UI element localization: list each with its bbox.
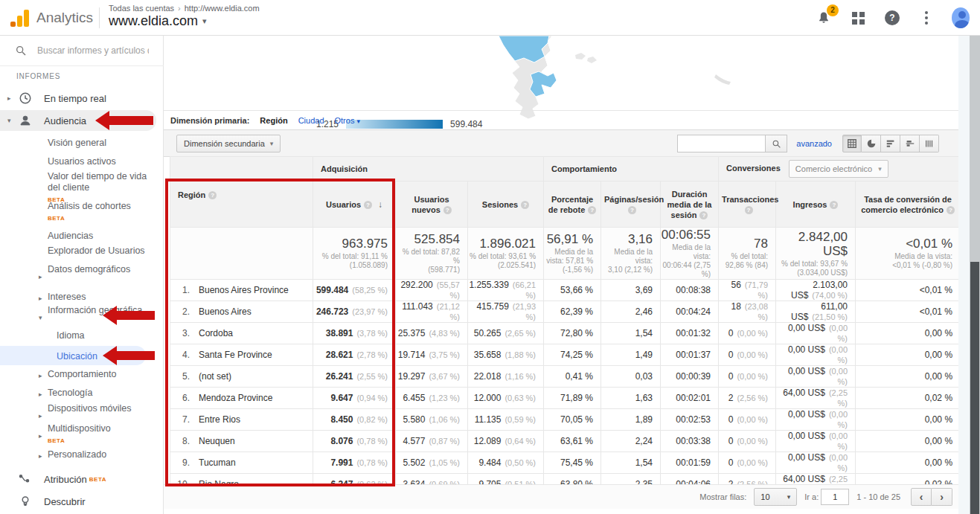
dimension-region-selected[interactable]: Región (260, 116, 287, 125)
dimension-other-link[interactable]: Otros▾ (335, 116, 360, 125)
column-header-users[interactable]: Usuarios↓ (313, 181, 396, 228)
region-link[interactable]: Mendoza Province (199, 393, 272, 403)
breadcrumb-accounts[interactable]: Todas las cuentas (109, 4, 174, 13)
region-link[interactable]: Cordoba (199, 328, 233, 338)
region-link[interactable]: Tucuman (199, 457, 236, 468)
column-header-revenue[interactable]: Ingresos (776, 181, 856, 228)
sessions-cell: 415.759(21,93 %) (468, 301, 544, 323)
help-icon[interactable] (628, 206, 636, 214)
sidebar-item-dispositivos-moviles[interactable]: ▸ Dispositivos móviles (48, 403, 153, 414)
column-header-new-users[interactable]: Usuarios nuevos (396, 181, 468, 228)
view-performance-button[interactable] (881, 135, 900, 152)
bounce-cell: 0,41 % (544, 366, 601, 388)
previous-page-button[interactable]: ‹ (911, 488, 932, 506)
help-icon[interactable] (745, 206, 753, 214)
scrollbar-thumb[interactable] (970, 262, 979, 514)
conversions-type-dropdown[interactable]: Comercio electrónico ▾ (789, 160, 888, 178)
help-icon[interactable] (588, 206, 596, 214)
dimension-city-link[interactable]: Ciudad (298, 116, 324, 125)
region-link[interactable]: (not set) (199, 371, 231, 382)
advanced-search-link[interactable]: avanzado (796, 139, 832, 148)
region-link[interactable]: Buenos Aires Province (199, 285, 289, 295)
sidebar-item-tecnologia[interactable]: ▸ Tecnología (48, 388, 153, 399)
sidebar-item-explorador-usuarios[interactable]: Explorador de Usuarios (48, 245, 153, 257)
revenue-cell: 64,00 US$(2,25 %) (776, 388, 856, 409)
chevron-right-icon[interactable]: ▸ (7, 94, 15, 102)
view-pivot-button[interactable] (920, 135, 939, 152)
sidebar-item-audiencia[interactable]: ▾ Audiencia (0, 110, 156, 131)
revenue-cell: 0,00 US$(0,00 %) (776, 323, 856, 344)
sidebar-item-usuarios-activos[interactable]: Usuarios activos (48, 156, 153, 167)
secondary-dimension-button[interactable]: Dimensión secundaria ▾ (176, 135, 281, 152)
view-comparison-button[interactable] (900, 135, 920, 152)
rows-per-page-select[interactable]: 10 ▾ (754, 488, 797, 506)
breadcrumb-property[interactable]: http://www.eldia.com (185, 4, 260, 13)
chevron-right-icon[interactable]: ▸ (39, 389, 42, 400)
help-icon[interactable] (364, 201, 372, 209)
help-icon[interactable]: ? (883, 9, 901, 27)
column-header-transactions[interactable]: Transacciones (719, 181, 776, 228)
column-header-avg-duration[interactable]: Duración media de la sesión (661, 181, 719, 228)
help-icon[interactable] (208, 191, 217, 199)
sidebar-item-vision-general[interactable]: Visión general (48, 138, 153, 149)
sort-desc-icon[interactable]: ↓ (378, 199, 382, 210)
rate-cell: 0,00 % (856, 409, 961, 431)
sidebar-search[interactable] (0, 36, 164, 66)
help-icon[interactable] (947, 206, 955, 214)
duration-cell: 00:01:32 (661, 323, 719, 344)
region-link[interactable]: Santa Fe Province (199, 350, 272, 360)
chevron-right-icon[interactable]: ▸ (39, 293, 42, 304)
help-icon[interactable] (830, 201, 838, 209)
users-cell: 8.076(0,78 %) (313, 431, 396, 452)
sidebar-item-comportamiento[interactable]: ▸ Comportamiento (48, 369, 153, 380)
goto-page-input[interactable] (821, 489, 849, 505)
chevron-right-icon[interactable]: ▸ (39, 451, 42, 462)
column-header-sessions[interactable]: Sesiones (468, 181, 544, 228)
column-header-pages-session[interactable]: Páginas/sesión (601, 181, 661, 228)
column-header-region[interactable]: Región (170, 181, 313, 228)
chevron-right-icon[interactable]: ▸ (39, 431, 42, 442)
column-header-bounce-rate[interactable]: Porcentaje de rebote (544, 181, 601, 228)
view-percentage-button[interactable] (862, 135, 881, 152)
property-selector[interactable]: www.eldia.com▾ (109, 13, 260, 29)
sidebar-item-analisis-cohortes[interactable]: Análisis de cohortes BETA (48, 201, 153, 224)
chevron-right-icon[interactable]: ▸ (39, 272, 42, 283)
sidebar-item-descubrir[interactable]: Descubrir (0, 491, 156, 512)
region-link[interactable]: Buenos Aires (199, 306, 252, 317)
help-icon[interactable] (699, 211, 708, 219)
sidebar-item-datos-demograficos[interactable]: ▸ Datos demográficos (48, 264, 153, 275)
search-input[interactable] (37, 45, 149, 56)
totals-metric-cell: 963.975 % del total: 91,11 % (1.058.089) (313, 228, 396, 280)
help-icon[interactable] (521, 201, 529, 209)
more-menu-icon[interactable] (917, 9, 935, 27)
sidebar-item-idioma[interactable]: Idioma (57, 330, 153, 341)
analytics-logo[interactable]: Analytics (10, 6, 93, 30)
users-cell: 8.450(0,82 %) (313, 409, 396, 431)
breadcrumb[interactable]: Todas las cuentas›http://www.eldia.com (109, 4, 260, 13)
sidebar-item-ubicacion[interactable]: Ubicación (57, 351, 153, 362)
region-link[interactable]: Entre Rios (199, 414, 240, 425)
help-icon[interactable] (443, 206, 452, 214)
sidebar-item-audiencias[interactable]: Audiencias (48, 231, 153, 242)
chevron-right-icon[interactable]: ▸ (39, 411, 42, 422)
apps-grid-icon[interactable] (849, 9, 867, 27)
sidebar-item-atribucion[interactable]: Atribución BETA (0, 469, 156, 489)
sidebar-item-informacion-geografica[interactable]: ▾ Información geográfica (48, 305, 153, 316)
chevron-right-icon[interactable]: ▸ (39, 370, 42, 382)
rate-cell: 0,00 % (856, 344, 961, 366)
chevron-down-icon[interactable]: ▾ (39, 312, 42, 324)
table-search-button[interactable] (765, 135, 787, 152)
column-header-ecommerce-rate[interactable]: Tasa de conversión de comercio electróni… (856, 181, 961, 228)
avatar[interactable] (952, 9, 970, 27)
sidebar-item-en-tiempo-real[interactable]: ▸ En tiempo real (0, 88, 156, 109)
sidebar-item-intereses[interactable]: ▸ Intereses (48, 292, 153, 303)
sidebar-item-multidispositivo[interactable]: ▸ Multidispositivo BETA (48, 423, 153, 446)
next-page-button[interactable]: › (932, 488, 952, 506)
notifications-bell-icon[interactable]: 2 (815, 9, 833, 27)
view-table-button[interactable] (842, 135, 862, 152)
chevron-down-icon[interactable]: ▾ (7, 117, 15, 124)
rate-cell: 0,00 % (856, 431, 961, 452)
sidebar-item-personalizado[interactable]: ▸ Personalizado (48, 449, 153, 460)
table-search-input[interactable] (677, 135, 765, 152)
region-link[interactable]: Neuquen (199, 436, 235, 446)
